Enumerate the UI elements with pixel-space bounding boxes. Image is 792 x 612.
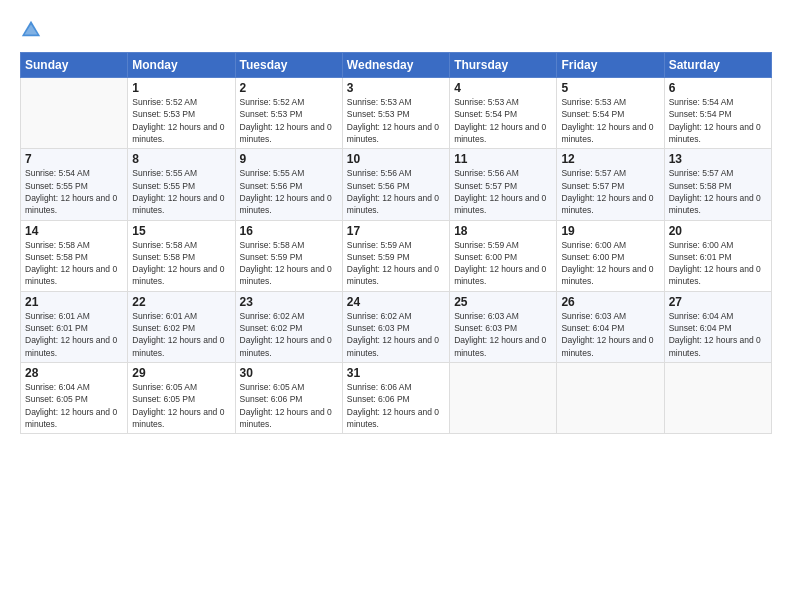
day-info: Sunrise: 5:54 AMSunset: 5:54 PMDaylight:… [669, 96, 767, 145]
calendar-cell [557, 363, 664, 434]
calendar-cell: 6Sunrise: 5:54 AMSunset: 5:54 PMDaylight… [664, 78, 771, 149]
day-number: 9 [240, 152, 338, 166]
calendar-cell: 28Sunrise: 6:04 AMSunset: 6:05 PMDayligh… [21, 363, 128, 434]
day-info: Sunrise: 5:58 AMSunset: 5:58 PMDaylight:… [25, 239, 123, 288]
calendar-cell: 22Sunrise: 6:01 AMSunset: 6:02 PMDayligh… [128, 291, 235, 362]
calendar-cell: 4Sunrise: 5:53 AMSunset: 5:54 PMDaylight… [450, 78, 557, 149]
weekday-header: Tuesday [235, 53, 342, 78]
calendar-cell: 15Sunrise: 5:58 AMSunset: 5:58 PMDayligh… [128, 220, 235, 291]
day-info: Sunrise: 5:55 AMSunset: 5:55 PMDaylight:… [132, 167, 230, 216]
calendar-cell: 1Sunrise: 5:52 AMSunset: 5:53 PMDaylight… [128, 78, 235, 149]
day-info: Sunrise: 5:55 AMSunset: 5:56 PMDaylight:… [240, 167, 338, 216]
weekday-header-row: SundayMondayTuesdayWednesdayThursdayFrid… [21, 53, 772, 78]
day-number: 13 [669, 152, 767, 166]
calendar-week-row: 28Sunrise: 6:04 AMSunset: 6:05 PMDayligh… [21, 363, 772, 434]
calendar-cell: 24Sunrise: 6:02 AMSunset: 6:03 PMDayligh… [342, 291, 449, 362]
day-info: Sunrise: 5:53 AMSunset: 5:54 PMDaylight:… [561, 96, 659, 145]
day-info: Sunrise: 5:56 AMSunset: 5:57 PMDaylight:… [454, 167, 552, 216]
day-number: 8 [132, 152, 230, 166]
day-number: 10 [347, 152, 445, 166]
calendar-cell: 23Sunrise: 6:02 AMSunset: 6:02 PMDayligh… [235, 291, 342, 362]
logo [20, 18, 46, 40]
calendar-cell: 8Sunrise: 5:55 AMSunset: 5:55 PMDaylight… [128, 149, 235, 220]
day-number: 6 [669, 81, 767, 95]
day-info: Sunrise: 6:00 AMSunset: 6:00 PMDaylight:… [561, 239, 659, 288]
day-number: 11 [454, 152, 552, 166]
calendar-cell: 31Sunrise: 6:06 AMSunset: 6:06 PMDayligh… [342, 363, 449, 434]
day-info: Sunrise: 5:52 AMSunset: 5:53 PMDaylight:… [240, 96, 338, 145]
weekday-header: Thursday [450, 53, 557, 78]
page-container: SundayMondayTuesdayWednesdayThursdayFrid… [0, 0, 792, 612]
weekday-header: Friday [557, 53, 664, 78]
day-info: Sunrise: 6:03 AMSunset: 6:03 PMDaylight:… [454, 310, 552, 359]
day-number: 29 [132, 366, 230, 380]
calendar-cell [664, 363, 771, 434]
day-number: 4 [454, 81, 552, 95]
calendar-cell: 11Sunrise: 5:56 AMSunset: 5:57 PMDayligh… [450, 149, 557, 220]
day-info: Sunrise: 5:53 AMSunset: 5:53 PMDaylight:… [347, 96, 445, 145]
day-number: 2 [240, 81, 338, 95]
day-number: 3 [347, 81, 445, 95]
day-info: Sunrise: 5:58 AMSunset: 5:58 PMDaylight:… [132, 239, 230, 288]
calendar-week-row: 21Sunrise: 6:01 AMSunset: 6:01 PMDayligh… [21, 291, 772, 362]
calendar-cell: 25Sunrise: 6:03 AMSunset: 6:03 PMDayligh… [450, 291, 557, 362]
day-info: Sunrise: 5:57 AMSunset: 5:58 PMDaylight:… [669, 167, 767, 216]
day-number: 19 [561, 224, 659, 238]
calendar-cell: 26Sunrise: 6:03 AMSunset: 6:04 PMDayligh… [557, 291, 664, 362]
day-info: Sunrise: 6:05 AMSunset: 6:06 PMDaylight:… [240, 381, 338, 430]
day-info: Sunrise: 6:06 AMSunset: 6:06 PMDaylight:… [347, 381, 445, 430]
calendar-cell: 7Sunrise: 5:54 AMSunset: 5:55 PMDaylight… [21, 149, 128, 220]
calendar-week-row: 14Sunrise: 5:58 AMSunset: 5:58 PMDayligh… [21, 220, 772, 291]
calendar-week-row: 1Sunrise: 5:52 AMSunset: 5:53 PMDaylight… [21, 78, 772, 149]
day-info: Sunrise: 5:58 AMSunset: 5:59 PMDaylight:… [240, 239, 338, 288]
weekday-header: Wednesday [342, 53, 449, 78]
day-number: 16 [240, 224, 338, 238]
calendar-cell: 9Sunrise: 5:55 AMSunset: 5:56 PMDaylight… [235, 149, 342, 220]
day-info: Sunrise: 6:04 AMSunset: 6:04 PMDaylight:… [669, 310, 767, 359]
day-info: Sunrise: 5:59 AMSunset: 6:00 PMDaylight:… [454, 239, 552, 288]
day-number: 14 [25, 224, 123, 238]
day-number: 22 [132, 295, 230, 309]
day-info: Sunrise: 5:56 AMSunset: 5:56 PMDaylight:… [347, 167, 445, 216]
day-number: 7 [25, 152, 123, 166]
calendar-cell: 2Sunrise: 5:52 AMSunset: 5:53 PMDaylight… [235, 78, 342, 149]
header [20, 18, 772, 40]
day-info: Sunrise: 6:01 AMSunset: 6:01 PMDaylight:… [25, 310, 123, 359]
day-number: 5 [561, 81, 659, 95]
day-number: 24 [347, 295, 445, 309]
calendar-cell: 30Sunrise: 6:05 AMSunset: 6:06 PMDayligh… [235, 363, 342, 434]
day-number: 17 [347, 224, 445, 238]
calendar-week-row: 7Sunrise: 5:54 AMSunset: 5:55 PMDaylight… [21, 149, 772, 220]
day-number: 28 [25, 366, 123, 380]
day-info: Sunrise: 6:02 AMSunset: 6:03 PMDaylight:… [347, 310, 445, 359]
calendar-cell: 13Sunrise: 5:57 AMSunset: 5:58 PMDayligh… [664, 149, 771, 220]
weekday-header: Saturday [664, 53, 771, 78]
calendar-cell: 12Sunrise: 5:57 AMSunset: 5:57 PMDayligh… [557, 149, 664, 220]
logo-icon [20, 18, 42, 40]
day-number: 23 [240, 295, 338, 309]
calendar-cell: 20Sunrise: 6:00 AMSunset: 6:01 PMDayligh… [664, 220, 771, 291]
calendar-cell: 10Sunrise: 5:56 AMSunset: 5:56 PMDayligh… [342, 149, 449, 220]
day-number: 31 [347, 366, 445, 380]
calendar-cell: 29Sunrise: 6:05 AMSunset: 6:05 PMDayligh… [128, 363, 235, 434]
day-number: 30 [240, 366, 338, 380]
calendar-cell: 18Sunrise: 5:59 AMSunset: 6:00 PMDayligh… [450, 220, 557, 291]
day-number: 12 [561, 152, 659, 166]
day-number: 21 [25, 295, 123, 309]
day-info: Sunrise: 5:57 AMSunset: 5:57 PMDaylight:… [561, 167, 659, 216]
day-info: Sunrise: 6:02 AMSunset: 6:02 PMDaylight:… [240, 310, 338, 359]
day-info: Sunrise: 6:05 AMSunset: 6:05 PMDaylight:… [132, 381, 230, 430]
calendar-cell: 19Sunrise: 6:00 AMSunset: 6:00 PMDayligh… [557, 220, 664, 291]
day-info: Sunrise: 6:03 AMSunset: 6:04 PMDaylight:… [561, 310, 659, 359]
calendar-cell: 27Sunrise: 6:04 AMSunset: 6:04 PMDayligh… [664, 291, 771, 362]
day-number: 20 [669, 224, 767, 238]
weekday-header: Sunday [21, 53, 128, 78]
day-info: Sunrise: 6:01 AMSunset: 6:02 PMDaylight:… [132, 310, 230, 359]
calendar-cell: 16Sunrise: 5:58 AMSunset: 5:59 PMDayligh… [235, 220, 342, 291]
day-number: 26 [561, 295, 659, 309]
calendar-cell: 14Sunrise: 5:58 AMSunset: 5:58 PMDayligh… [21, 220, 128, 291]
calendar-cell: 3Sunrise: 5:53 AMSunset: 5:53 PMDaylight… [342, 78, 449, 149]
calendar-cell: 17Sunrise: 5:59 AMSunset: 5:59 PMDayligh… [342, 220, 449, 291]
weekday-header: Monday [128, 53, 235, 78]
day-number: 18 [454, 224, 552, 238]
